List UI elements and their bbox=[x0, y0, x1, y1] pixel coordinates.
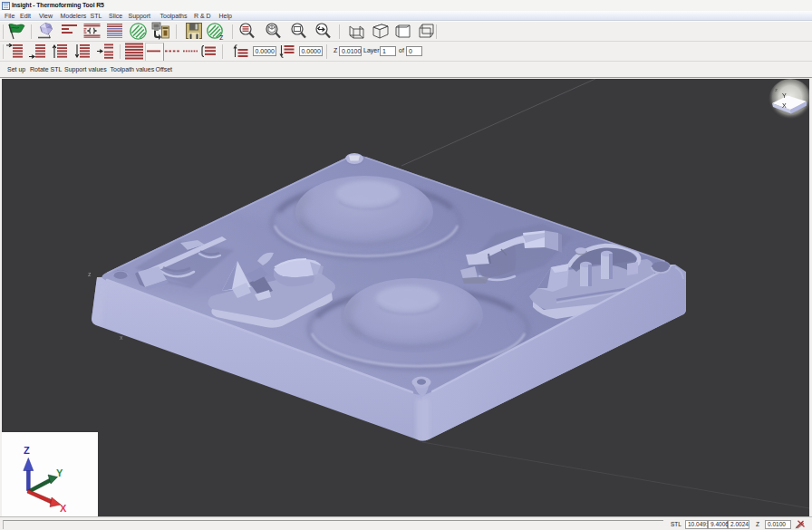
svg-text:z: z bbox=[219, 33, 224, 41]
svg-text:Z: Z bbox=[24, 445, 30, 456]
svg-text:x: x bbox=[120, 334, 123, 341]
svg-text:z: z bbox=[775, 87, 778, 92]
svg-text:X: X bbox=[60, 503, 67, 514]
svg-text:Y: Y bbox=[782, 92, 787, 99]
svg-text:X: X bbox=[782, 102, 787, 109]
svg-text:z: z bbox=[88, 271, 92, 277]
svg-text:Y: Y bbox=[56, 467, 63, 478]
